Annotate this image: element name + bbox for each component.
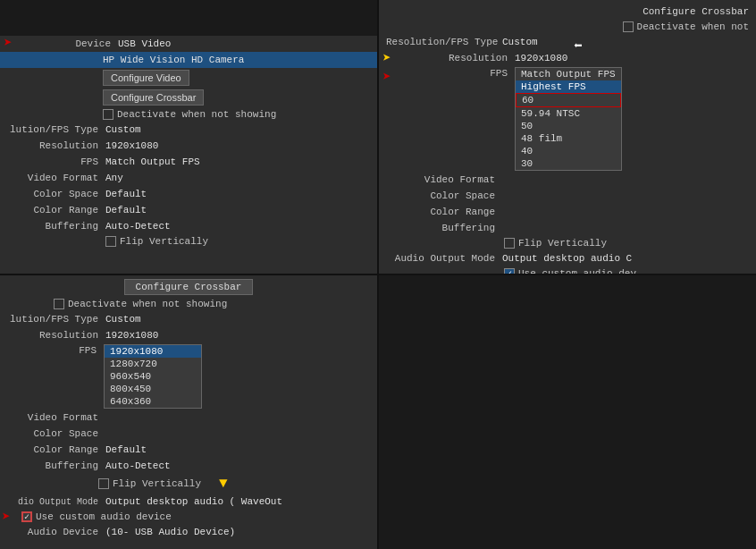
- buffering-label-tl: Buffering: [7, 221, 105, 232]
- audio-output-label-tr: Audio Output Mode: [386, 253, 502, 264]
- flip-checkbox-tr[interactable]: [504, 238, 515, 249]
- deactivate-checkbox-box-tl[interactable]: [103, 109, 113, 120]
- flip-checkbox-bl[interactable]: [98, 478, 109, 489]
- res-type-label-tr: Resolution/FPS Type: [386, 37, 502, 47]
- flip-row-bl[interactable]: Flip Vertically ▼: [0, 474, 377, 494]
- fps-option-48[interactable]: 48 film: [516, 132, 621, 145]
- deactivate-checkbox-bl[interactable]: [54, 299, 64, 309]
- buffering-label-tr: Buffering: [386, 223, 502, 233]
- color-space-row-bl: Color Space: [0, 426, 377, 442]
- color-range-value-bl: Default: [105, 444, 147, 455]
- audio-output-value-tr: Output desktop audio C: [502, 253, 632, 264]
- audio-output-value-bl: Output desktop audio ( WaveOut: [105, 496, 282, 507]
- video-format-label-tr: Video Format: [386, 174, 502, 185]
- res-type-value-tr: Custom ⬅: [502, 37, 538, 47]
- flip-row-tr[interactable]: Flip Vertically: [379, 236, 756, 250]
- deactivate-row-tr[interactable]: Deactivate when not: [379, 20, 756, 34]
- video-format-row-bl: Video Format: [0, 410, 377, 426]
- audio-device-row-bl: Audio Device (10- USB Audio Device): [0, 524, 377, 540]
- fps-option-1920[interactable]: 1920x1080: [105, 345, 201, 358]
- flip-label-tl: Flip Vertically: [120, 236, 208, 247]
- fps-dropdown-tr: Match Output FPS Highest FPS 60 59.94 NT…: [515, 67, 622, 171]
- fps-label-tr: FPS: [399, 67, 515, 79]
- buffering-row-bl: Buffering Auto-Detect: [0, 458, 377, 474]
- flip-label-bl: Flip Vertically: [113, 478, 201, 489]
- audio-device-value-bl: (10- USB Audio Device): [105, 527, 235, 537]
- resolution-value-tl: 1920x1080: [105, 140, 158, 151]
- fps-option-1280[interactable]: 1280x720: [105, 358, 201, 370]
- res-type-label-tl: lution/FPS Type: [7, 124, 105, 135]
- use-custom-label-bl: Use custom audio device: [36, 511, 172, 522]
- use-custom-row-bl[interactable]: ➤ ✓ Use custom audio device: [0, 510, 377, 524]
- color-range-row-bl: Color Range Default: [0, 442, 377, 458]
- resolution-label-tl: Resolution: [7, 140, 105, 151]
- res-type-row-tl: lution/FPS Type Custom: [0, 122, 377, 138]
- video-format-row-tr: Video Format: [379, 172, 756, 188]
- configure-video-button[interactable]: Configure Video: [103, 70, 189, 86]
- configure-video-row: Configure Video: [0, 68, 377, 88]
- deactivate-label-bl: Deactivate when not showing: [68, 299, 227, 309]
- color-range-label-bl: Color Range: [7, 444, 105, 455]
- fps-option-5994[interactable]: 59.94 NTSC: [516, 107, 621, 120]
- panel-top-left: ➤ Device USB Video HP Wide Vision HD Cam…: [0, 0, 377, 274]
- deactivate-label-tl: Deactivate when not showing: [117, 109, 276, 120]
- color-range-value-tl: Default: [105, 205, 147, 215]
- device-label: Device: [20, 38, 118, 49]
- fps-option-960[interactable]: 960x540: [105, 370, 201, 383]
- use-custom-checkbox-tr[interactable]: ✓: [504, 268, 515, 274]
- fps-option-800[interactable]: 800x450: [105, 383, 201, 395]
- fps-dropdown-bl: 1920x1080 1280x720 960x540 800x450 640x3…: [104, 344, 202, 409]
- configure-crossbar-label-bl[interactable]: Configure Crossbar: [124, 279, 254, 295]
- fps-option-30[interactable]: 30: [516, 157, 621, 170]
- deactivate-row-bl[interactable]: Deactivate when not showing: [0, 297, 377, 311]
- fps-area-tr: ➤ FPS Match Output FPS Highest FPS 60 59…: [379, 66, 756, 172]
- configure-crossbar-button-tl[interactable]: Configure Crossbar: [103, 89, 204, 106]
- audio-output-label-bl: dio Output Mode: [7, 497, 105, 507]
- resolution-row-tr: ➤ Resolution 1920x1080: [379, 50, 756, 66]
- deactivate-checkbox-tl[interactable]: Deactivate when not showing: [0, 107, 377, 122]
- buffering-label-bl: Buffering: [7, 460, 105, 471]
- configure-crossbar-tr: Configure Crossbar: [379, 0, 756, 20]
- resolution-label-tr: Resolution: [399, 53, 515, 63]
- panel-bottom-left: Configure Crossbar Deactivate when not s…: [0, 275, 377, 549]
- deactivate-checkbox-tr[interactable]: [623, 21, 634, 32]
- fps-value-tl: Match Output FPS: [105, 156, 200, 167]
- configure-crossbar-label-tr: Configure Crossbar: [643, 6, 749, 17]
- configure-crossbar-row: Configure Crossbar: [0, 88, 377, 107]
- fps-option-40[interactable]: 40: [516, 145, 621, 157]
- dark-header-tl: [0, 0, 377, 36]
- fps-option-50[interactable]: 50: [516, 120, 621, 132]
- arrow-red-device: ➤: [4, 37, 13, 51]
- fps-area-bl: FPS 1920x1080 1280x720 960x540 800x450 6…: [0, 343, 377, 410]
- arrow-yellow-bl: ▼: [219, 476, 228, 492]
- color-space-label-bl: Color Space: [7, 428, 105, 439]
- audio-output-row-bl: dio Output Mode Output desktop audio ( W…: [0, 494, 377, 510]
- color-range-row-tl: Color Range Default: [0, 202, 377, 218]
- color-space-row-tl: Color Space Default: [0, 186, 377, 202]
- res-type-row-tr: Resolution/FPS Type Custom ⬅: [379, 34, 756, 50]
- fps-option-60[interactable]: 60: [516, 93, 621, 107]
- buffering-value-bl: Auto-Detect: [105, 460, 171, 471]
- use-custom-checkbox-bl[interactable]: ✓: [21, 511, 32, 522]
- fps-label-tl: FPS: [7, 156, 105, 167]
- color-range-row-tr: Color Range: [379, 204, 756, 220]
- color-range-label-tl: Color Range: [7, 205, 105, 215]
- flip-row-tl[interactable]: Flip Vertically: [0, 234, 377, 249]
- device-row: ➤ Device USB Video: [0, 36, 377, 52]
- res-type-value-bl: Custom: [105, 314, 141, 325]
- device-option-hp[interactable]: HP Wide Vision HD Camera: [0, 52, 377, 68]
- color-space-label-tr: Color Space: [386, 190, 502, 201]
- res-type-row-bl: lution/FPS Type Custom: [0, 311, 377, 327]
- buffering-row-tr: Buffering: [379, 220, 756, 236]
- fps-option-640[interactable]: 640x360: [105, 395, 201, 408]
- flip-checkbox-tl[interactable]: [105, 236, 116, 247]
- buffering-value-tl: Auto-Detect: [105, 221, 171, 232]
- arrow-yellow-tr: ➤: [382, 49, 391, 67]
- resolution-value-bl: 1920x1080: [105, 330, 158, 341]
- use-custom-row-tr[interactable]: ✓ Use custom audio dev: [379, 266, 756, 274]
- video-format-value-tl: Any: [105, 173, 123, 183]
- fps-option-highest[interactable]: Highest FPS: [516, 80, 621, 93]
- flip-label-tr: Flip Vertically: [518, 238, 607, 249]
- device-option-label: HP Wide Vision HD Camera: [103, 55, 244, 65]
- fps-option-match[interactable]: Match Output FPS: [516, 68, 621, 80]
